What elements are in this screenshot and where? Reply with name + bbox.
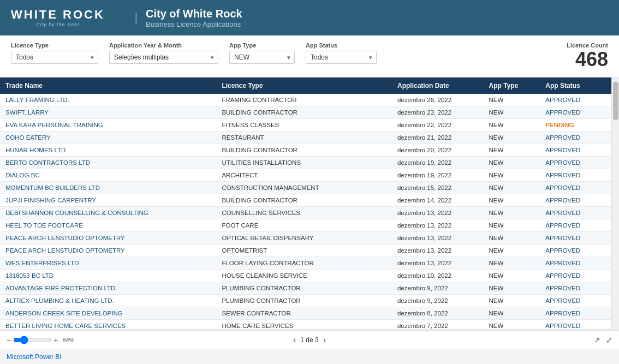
filter-licence-type-select[interactable]: Todos bbox=[11, 51, 98, 64]
licence-count-group: Licence Count 468 bbox=[567, 42, 608, 70]
next-page-btn[interactable]: › bbox=[323, 335, 326, 345]
page-separator: de bbox=[306, 336, 313, 344]
cell-date: dezembro 13, 2022 bbox=[392, 231, 484, 244]
data-table-container[interactable]: Trade Name Licence Type Application Date… bbox=[0, 77, 611, 329]
table-row[interactable]: EVA KARA PERSONAL TRAINING FITNESS CLASS… bbox=[0, 118, 611, 131]
filter-app-type-select[interactable]: NEW bbox=[229, 51, 295, 64]
table-row[interactable]: BERTO CONTRACTORS LTD UTILITIES INSTALLA… bbox=[0, 156, 611, 169]
cell-date: dezembro 21, 2022 bbox=[392, 131, 484, 144]
cell-type: NEW bbox=[484, 231, 540, 244]
cell-trade: SWIFT, LARRY bbox=[0, 106, 216, 118]
cell-date: dezembro 14, 2022 bbox=[392, 194, 484, 206]
cell-status: APPROVED bbox=[540, 282, 611, 294]
cell-type: NEW bbox=[484, 194, 540, 206]
table-row[interactable]: COHO EATERY RESTAURANT dezembro 21, 2022… bbox=[0, 131, 611, 144]
filter-app-type-label: App Type bbox=[229, 42, 295, 49]
cell-licence: BUILDING CONTRACTOR bbox=[216, 144, 392, 156]
share-icon[interactable]: ↗ bbox=[594, 336, 600, 344]
cell-status: APPROVED bbox=[540, 131, 611, 144]
logo-text: WHITE ROCK bbox=[11, 8, 105, 21]
filter-app-status: App Status Todos bbox=[306, 42, 377, 64]
cell-trade: DEBI SHANNON COUNSELLING & CONSULTING bbox=[0, 206, 216, 219]
table-row[interactable]: PEACE ARCH LENSTUDIO OPTOMETRY OPTOMETRI… bbox=[0, 244, 611, 256]
zoom-minus-btn[interactable]: − bbox=[7, 336, 11, 344]
table-row[interactable]: SWIFT, LARRY BUILDING CONTRACTOR dezembr… bbox=[0, 106, 611, 118]
page-current: 1 bbox=[300, 336, 304, 344]
table-header-row: Trade Name Licence Type Application Date… bbox=[0, 77, 611, 94]
cell-status: APPROVED bbox=[540, 94, 611, 106]
fullscreen-icon[interactable]: ⤢ bbox=[606, 336, 612, 344]
powerbi-link[interactable]: Microsoft Power BI bbox=[7, 353, 62, 361]
logo-rock: ROCK bbox=[63, 8, 105, 21]
cell-licence: BUILDING CONTRACTOR bbox=[216, 194, 392, 206]
table-row[interactable]: ANDERSON CREEK SITE DEVELOPING SEWER CON… bbox=[0, 307, 611, 319]
cell-status: APPROVED bbox=[540, 231, 611, 244]
cell-date: dezembro 19, 2022 bbox=[392, 169, 484, 181]
cell-type: NEW bbox=[484, 118, 540, 131]
cell-status: APPROVED bbox=[540, 294, 611, 307]
cell-type: NEW bbox=[484, 307, 540, 319]
cell-date: dezembro 26, 2022 bbox=[392, 94, 484, 106]
cell-date: dezembro 15, 2022 bbox=[392, 181, 484, 194]
cell-licence: FRAMING CONTRACTOR bbox=[216, 94, 392, 106]
cell-type: NEW bbox=[484, 131, 540, 144]
cell-date: dezembro 19, 2022 bbox=[392, 156, 484, 169]
zoom-slider[interactable] bbox=[13, 336, 51, 344]
cell-type: NEW bbox=[484, 282, 540, 294]
cell-date: dezembro 10, 2022 bbox=[392, 269, 484, 282]
filter-app-status-label: App Status bbox=[306, 42, 377, 49]
table-row[interactable]: DEBI SHANNON COUNSELLING & CONSULTING CO… bbox=[0, 206, 611, 219]
cell-trade: BETTER LIVING HOME CARE SERVICES bbox=[0, 319, 216, 329]
cell-trade: BERTO CONTRACTORS LTD bbox=[0, 156, 216, 169]
zoom-controls: − + 84% bbox=[7, 336, 74, 344]
header-title-main: City of White Rock bbox=[146, 8, 242, 20]
filter-app-type: App Type NEW bbox=[229, 42, 295, 64]
table-row[interactable]: HEEL TO TOE FOOTCARE FOOT CARE dezembro … bbox=[0, 219, 611, 231]
cell-date: dezembro 9, 2022 bbox=[392, 294, 484, 307]
cell-type: NEW bbox=[484, 319, 540, 329]
filter-licence-type-wrapper[interactable]: Todos bbox=[11, 51, 98, 64]
cell-licence: COUNSELLING SERVICES bbox=[216, 206, 392, 219]
cell-licence: HOME CARE SERVICES bbox=[216, 319, 392, 329]
cell-trade: DIALOG BC bbox=[0, 169, 216, 181]
cell-type: NEW bbox=[484, 169, 540, 181]
scrollbar-thumb[interactable] bbox=[613, 82, 618, 120]
table-row[interactable]: JUPJI FINISHING CARPENTRY BUILDING CONTR… bbox=[0, 194, 611, 206]
filter-app-status-wrapper[interactable]: Todos bbox=[306, 51, 377, 64]
table-row[interactable]: DIALOG BC ARCHITECT dezembro 19, 2022 NE… bbox=[0, 169, 611, 181]
cell-licence: OPTICAL RETAIL DISPENSARY bbox=[216, 231, 392, 244]
cell-date: dezembro 23, 2022 bbox=[392, 106, 484, 118]
filter-app-year-wrapper[interactable]: Seleções múltiplas bbox=[109, 51, 218, 64]
cell-date: dezembro 7, 2022 bbox=[392, 319, 484, 329]
col-app-status: App Status bbox=[540, 77, 611, 94]
table-row[interactable]: WES ENTERPRISES LTD FLOOR LAYING CONTRAC… bbox=[0, 256, 611, 269]
footer-right-icons: ↗ ⤢ bbox=[594, 336, 612, 344]
cell-type: NEW bbox=[484, 256, 540, 269]
cell-trade: EVA KARA PERSONAL TRAINING bbox=[0, 118, 216, 131]
zoom-plus-btn[interactable]: + bbox=[53, 336, 58, 344]
cell-type: NEW bbox=[484, 181, 540, 194]
app-header: WHITE ROCK City by the Sea! | City of Wh… bbox=[0, 0, 619, 35]
table-row[interactable]: BETTER LIVING HOME CARE SERVICES HOME CA… bbox=[0, 319, 611, 329]
table-row[interactable]: PEACE ARCH LENSTUDIO OPTOMETRY OPTICAL R… bbox=[0, 231, 611, 244]
table-row[interactable]: ADVANTAGE FIRE PROTECTION LTD. PLUMBING … bbox=[0, 282, 611, 294]
table-row[interactable]: LALLY FRAMING LTD. FRAMING CONTRACTOR de… bbox=[0, 94, 611, 106]
logo-tagline: City by the Sea! bbox=[36, 22, 80, 27]
cell-trade: ANDERSON CREEK SITE DEVELOPING bbox=[0, 307, 216, 319]
table-row[interactable]: ALTREX PLUMBING & HEATING LTD. PLUMBING … bbox=[0, 294, 611, 307]
cell-type: NEW bbox=[484, 244, 540, 256]
zoom-level: 84% bbox=[62, 337, 74, 343]
filter-app-type-wrapper[interactable]: NEW bbox=[229, 51, 295, 64]
cell-date: dezembro 13, 2022 bbox=[392, 256, 484, 269]
pagination-controls: ‹ 1 de 3 › bbox=[293, 335, 326, 345]
col-app-type: App Type bbox=[484, 77, 540, 94]
filter-app-status-select[interactable]: Todos bbox=[306, 51, 377, 64]
table-row[interactable]: HUNAR HOMES LTD BUILDING CONTRACTOR deze… bbox=[0, 144, 611, 156]
table-row[interactable]: MOMENTUM BC BUILDERS LTD CONSTRUCTION MA… bbox=[0, 181, 611, 194]
col-app-date: Application Date bbox=[392, 77, 484, 94]
cell-status: PENDING bbox=[540, 118, 611, 131]
scrollbar[interactable] bbox=[611, 77, 619, 330]
table-row[interactable]: 1318053 BC LTD HOUSE CLEANING SERVICE de… bbox=[0, 269, 611, 282]
prev-page-btn[interactable]: ‹ bbox=[293, 335, 296, 345]
filter-app-year-select[interactable]: Seleções múltiplas bbox=[109, 51, 218, 64]
